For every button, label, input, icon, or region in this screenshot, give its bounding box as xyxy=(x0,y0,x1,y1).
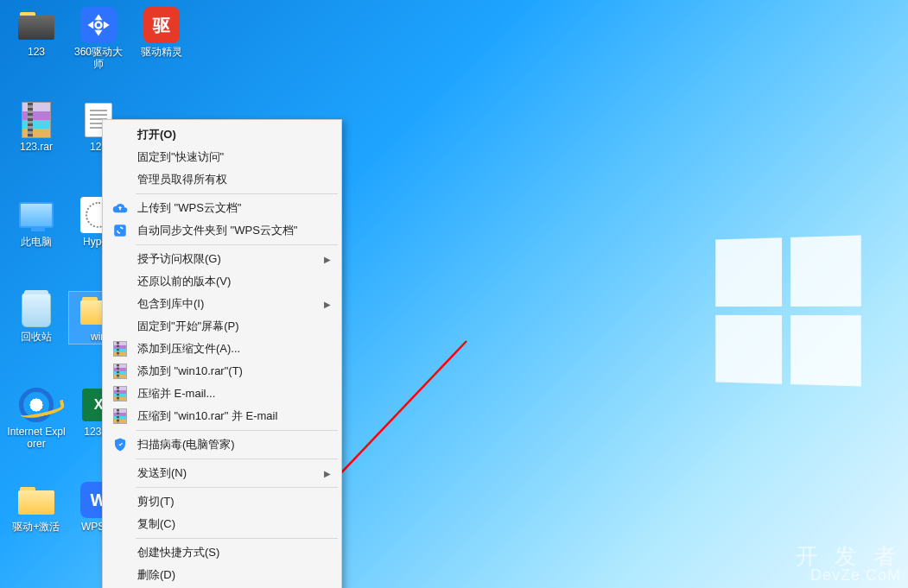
desktop-icon-label: 123 xyxy=(28,47,45,59)
this-pc-icon xyxy=(18,197,54,233)
menu-item[interactable]: 固定到"快速访问" xyxy=(105,146,340,168)
recycle-bin-icon xyxy=(18,292,54,328)
rar-icon xyxy=(111,408,129,425)
desktop-icon-label: 驱动精灵 xyxy=(141,47,182,59)
menu-item-label: 授予访问权限(G) xyxy=(137,251,221,267)
desktop-icon-rar-123[interactable]: 123.rar xyxy=(7,102,66,154)
rar-icon xyxy=(111,340,129,357)
menu-item[interactable]: 发送到(N)▶ xyxy=(105,462,340,484)
menu-item-label: 剪切(T) xyxy=(137,494,175,509)
desktop-icon-app-360[interactable]: 360驱动大师 xyxy=(69,7,128,71)
desktop-icon-folder-123[interactable]: 123 xyxy=(7,7,66,59)
360-app-icon xyxy=(80,7,117,43)
desktop-icon-ie[interactable]: Internet Explorer xyxy=(7,387,66,451)
menu-item[interactable]: 压缩到 "win10.rar" 并 E-mail xyxy=(105,405,340,427)
desktop-icon-drv-act[interactable]: 驱动+激活 xyxy=(7,482,66,534)
watermark-line2: DevZe.CoM xyxy=(796,567,901,583)
submenu-arrow-icon: ▶ xyxy=(324,300,331,309)
rar-icon xyxy=(18,102,54,138)
menu-item-label: 固定到"开始"屏幕(P) xyxy=(137,319,239,334)
menu-separator xyxy=(136,244,338,245)
menu-item[interactable]: 自动同步文件夹到 "WPS云文档" xyxy=(105,219,340,242)
desktop-icon-label: 360驱动大师 xyxy=(69,47,128,71)
menu-item-label: 上传到 "WPS云文档" xyxy=(137,200,241,216)
desktop-icon-this-pc[interactable]: 此电脑 xyxy=(7,197,66,249)
menu-item[interactable]: 固定到"开始"屏幕(P) xyxy=(105,315,340,338)
menu-item-label: 压缩并 E-mail... xyxy=(137,386,215,401)
desktop-icon-label: 此电脑 xyxy=(21,237,52,249)
menu-item[interactable]: 上传到 "WPS云文档" xyxy=(105,197,340,219)
menu-item[interactable]: 授予访问权限(G)▶ xyxy=(105,248,340,270)
menu-separator xyxy=(136,458,338,459)
sync-icon xyxy=(111,222,129,239)
menu-item-label: 删除(D) xyxy=(137,567,175,583)
watermark-line1: 开 发 者 xyxy=(796,545,901,567)
rar-icon xyxy=(111,385,129,402)
menu-item[interactable]: 复制(C) xyxy=(105,513,340,535)
submenu-arrow-icon: ▶ xyxy=(324,469,331,478)
svg-rect-1 xyxy=(114,224,126,237)
qudong-app-icon: 驱 xyxy=(143,7,180,43)
watermark: 开 发 者 DevZe.CoM xyxy=(796,545,901,583)
menu-item-label: 压缩到 "win10.rar" 并 E-mail xyxy=(137,408,277,424)
menu-item[interactable]: 管理员取得所有权 xyxy=(105,168,340,191)
windows-logo-backdrop xyxy=(715,235,860,386)
menu-separator xyxy=(136,538,338,539)
menu-item[interactable]: 添加到压缩文件(A)... xyxy=(105,338,340,360)
menu-item[interactable]: 包含到库中(I)▶ xyxy=(105,293,340,315)
menu-item-label: 复制(C) xyxy=(137,516,175,532)
menu-item[interactable]: 删除(D) xyxy=(105,564,340,586)
folder-icon xyxy=(18,7,54,43)
menu-separator xyxy=(136,193,338,194)
menu-item[interactable]: 创建快捷方式(S) xyxy=(105,541,340,564)
menu-item-label: 还原以前的版本(V) xyxy=(137,274,231,289)
shield-icon xyxy=(111,436,129,453)
svg-point-0 xyxy=(96,22,102,28)
menu-item-label: 管理员取得所有权 xyxy=(137,172,227,187)
menu-separator xyxy=(136,487,338,488)
cloud-icon xyxy=(111,199,129,217)
ie-icon xyxy=(18,387,54,423)
menu-separator xyxy=(136,430,338,431)
desktop-icon-app-qudong[interactable]: 驱驱动精灵 xyxy=(132,7,191,59)
menu-item-label: 打开(O) xyxy=(137,127,176,142)
desktop-icon-label: 回收站 xyxy=(21,332,52,344)
desktop-icon-recycle[interactable]: 回收站 xyxy=(7,292,66,344)
rar-icon xyxy=(111,363,129,380)
submenu-arrow-icon: ▶ xyxy=(324,255,331,264)
context-menu[interactable]: 打开(O)固定到"快速访问"管理员取得所有权上传到 "WPS云文档"自动同步文件… xyxy=(102,119,342,588)
desktop-icon-label: 123.rar xyxy=(20,142,53,154)
desktop-icon-label: Internet Explorer xyxy=(7,427,66,451)
menu-item[interactable]: 扫描病毒(电脑管家) xyxy=(105,433,340,456)
menu-item[interactable]: 添加到 "win10.rar"(T) xyxy=(105,360,340,383)
menu-item-label: 自动同步文件夹到 "WPS云文档" xyxy=(137,223,297,238)
menu-item[interactable]: 还原以前的版本(V) xyxy=(105,270,340,293)
menu-item[interactable]: 剪切(T) xyxy=(105,490,340,513)
menu-item-label: 固定到"快速访问" xyxy=(137,149,224,165)
menu-item[interactable]: 压缩并 E-mail... xyxy=(105,383,340,405)
menu-item-label: 创建快捷方式(S) xyxy=(137,545,219,560)
desktop-icon-label: 驱动+激活 xyxy=(12,522,60,534)
menu-item[interactable]: 打开(O) xyxy=(105,123,340,146)
menu-item-label: 包含到库中(I) xyxy=(137,296,204,312)
menu-item-label: 添加到 "win10.rar"(T) xyxy=(137,364,243,379)
folder-icon xyxy=(18,482,54,518)
menu-item-label: 扫描病毒(电脑管家) xyxy=(137,437,235,452)
menu-item-label: 添加到压缩文件(A)... xyxy=(137,341,240,357)
menu-item-label: 发送到(N) xyxy=(137,465,187,481)
